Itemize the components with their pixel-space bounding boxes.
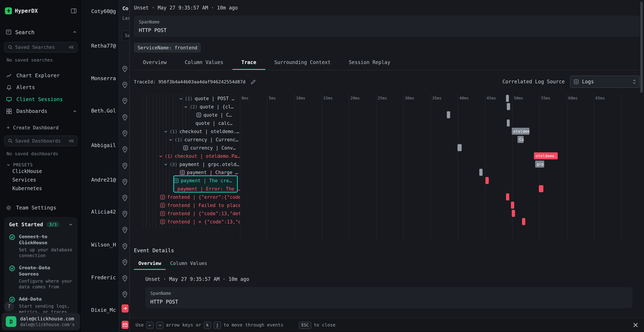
span-duration-bar[interactable]: oteldemo.	[534, 152, 558, 160]
sidebar-item-dashboards[interactable]: Dashboards	[0, 105, 82, 117]
chevron-up-icon[interactable]	[73, 109, 77, 113]
session-list-item[interactable]: Dixie_Mc	[91, 307, 116, 313]
saved-searches-input[interactable]: Saved Searches ⌘K	[4, 42, 78, 52]
trace-tree-row[interactable]: (1)checkout | oteldemo.Pa…	[134, 152, 240, 160]
tab-column-values[interactable]: Column Values	[176, 56, 232, 70]
session-list-item[interactable]: Retha77@	[91, 43, 116, 49]
session-list-item[interactable]: Coty60@g	[91, 8, 116, 14]
nav-label: Chart Explorer	[16, 72, 60, 78]
trace-tree-row[interactable]: frontend | Failed to place…	[134, 201, 240, 210]
service-name-chip[interactable]: ServiceName: frontend	[134, 43, 201, 52]
sidebar-item-chart-explorer[interactable]: Chart Explorer	[0, 70, 82, 82]
sidebar-item-services[interactable]: Services	[12, 176, 82, 184]
user-menu[interactable]: D dale@clickhouse.com dale@clickhouse.co…	[2, 313, 80, 330]
tab-surrounding-context[interactable]: Surrounding Context	[265, 56, 340, 70]
span-duration-bar[interactable]	[447, 111, 450, 118]
session-list-item[interactable]: Wilson_H	[91, 242, 116, 248]
sidebar-item-clickhouse[interactable]: ClickHouse	[12, 167, 82, 176]
span-label: quote | {cl…	[200, 104, 234, 110]
span-duration-bar[interactable]: oteldemo.	[512, 128, 530, 135]
map-pin-icon	[122, 211, 128, 217]
event-details-tab-column-values[interactable]: Column Values	[166, 258, 212, 270]
span-duration-bar[interactable]	[507, 103, 510, 110]
span-duration-bar[interactable]	[506, 95, 509, 102]
gear-icon	[6, 205, 12, 210]
trace-tree-row[interactable]: frontend | × {"code":13,"d…	[134, 218, 240, 226]
scrollbar-thumb[interactable]	[640, 2, 643, 93]
span-duration-bar[interactable]	[539, 185, 543, 192]
arrow-left-key: ←	[146, 322, 154, 329]
span-name-value: HTTP POST	[139, 27, 635, 33]
trace-tree-row[interactable]: payment | Charge …	[134, 168, 240, 176]
session-list-item[interactable]: Alicia42	[91, 208, 116, 215]
span-label: frontend | {"code":13,"det…	[167, 211, 240, 216]
get-started-title: Get Started	[9, 221, 43, 227]
session-list-item[interactable]: Abbigail	[91, 142, 116, 148]
trace-tree-row[interactable]: (1)checkout | oteldemo.…	[134, 127, 240, 136]
sidebar-item-kubernetes[interactable]: Kubernetes	[12, 184, 82, 193]
chevron-down-icon[interactable]	[159, 154, 163, 158]
session-list-item[interactable]: Beth.Gol	[91, 108, 116, 114]
span-duration-bar[interactable]	[512, 210, 515, 217]
tab-overview[interactable]: Overview	[134, 56, 176, 70]
session-list-item[interactable]: Andre21@	[91, 176, 116, 183]
span-duration-bar[interactable]: grpc	[535, 161, 544, 168]
trace-tree-row[interactable]: payment | The cre…	[134, 176, 240, 185]
team-settings-label: Team Settings	[16, 204, 56, 210]
chevron-down-icon[interactable]	[164, 130, 168, 133]
sidebar-item-client-sessions[interactable]: Client Sessions	[0, 93, 82, 105]
trace-tree-row[interactable]: quote | C…	[134, 111, 240, 119]
presets-header[interactable]: PRESETS	[6, 162, 82, 167]
event-details-tab-overview[interactable]: Overview	[134, 258, 166, 270]
sidebar-section-search[interactable]: Search	[6, 28, 77, 36]
time-tick-label: 50ms	[514, 96, 523, 100]
chevron-down-icon[interactable]	[169, 138, 173, 142]
child-count: (1)	[165, 154, 173, 159]
span-duration-bar[interactable]	[511, 202, 514, 208]
close-icon[interactable]	[633, 322, 638, 328]
chevron-up-icon[interactable]	[68, 222, 73, 226]
saved-dashboards-input[interactable]: Saved Dashboards ⌘K	[4, 136, 78, 146]
get-started-item[interactable]: Connect to ClickHouse Set up your databa…	[9, 234, 73, 259]
trace-tree-row[interactable]: frontend | {"error":{"code…	[134, 193, 240, 201]
span-duration-bar[interactable]	[507, 120, 510, 126]
get-started-item[interactable]: Add Data Start sending logs, metrics, or…	[9, 296, 73, 315]
span-duration-bar[interactable]	[458, 144, 462, 151]
create-dashboard-button[interactable]: + Create Dashboard	[6, 124, 82, 130]
collapse-sidebar-icon[interactable]	[71, 8, 77, 14]
tab-session-replay[interactable]: Session Replay	[340, 56, 399, 70]
session-list-item[interactable]: Monserra	[91, 75, 116, 81]
map-pin-icon	[122, 179, 128, 185]
map-pin-icon	[122, 259, 128, 266]
session-list-item[interactable]: Frederic	[91, 274, 116, 280]
trace-tree-row[interactable]: (2)quote | {cl…	[134, 103, 240, 111]
chevron-down-icon[interactable]	[184, 105, 188, 109]
trace-tree-row[interactable]: frontend | {"code":13,"det…	[134, 210, 240, 218]
timeline-gridline	[267, 94, 268, 240]
chevron-down-icon[interactable]	[164, 162, 168, 166]
arrow-right-key: →	[156, 322, 163, 329]
k-key: k	[204, 322, 211, 329]
team-settings-button[interactable]: Team Settings	[6, 204, 82, 210]
trace-tree-row[interactable]: currency | Conv…	[134, 144, 240, 152]
edit-pencil-icon[interactable]	[250, 79, 256, 84]
span-duration-bar[interactable]	[522, 218, 525, 225]
span-duration-bar[interactable]	[480, 169, 483, 176]
sidebar-item-alerts[interactable]: Alerts	[0, 82, 82, 94]
span-duration-bar[interactable]: Cu	[518, 136, 524, 143]
trace-tree-row[interactable]: (3)payment | grpc.oteld…	[134, 160, 240, 168]
tab-trace[interactable]: Trace	[232, 56, 265, 70]
trace-tree-row[interactable]: (1)currency | Currenc…	[134, 136, 240, 144]
trace-tree-row[interactable]: payment | Error: The …	[134, 185, 240, 193]
chevron-down-icon[interactable]	[179, 97, 183, 100]
timeline-pane: 0ms5ms10ms15ms20ms25ms30ms35ms40ms45ms50…	[240, 94, 640, 240]
log-source-select[interactable]: Logs	[570, 76, 640, 88]
avatar: D	[6, 316, 16, 327]
trace-tree-row[interactable]: (1)quote | POST …	[134, 94, 240, 103]
help-button[interactable]: ?	[4, 302, 14, 311]
span-duration-bar[interactable]	[486, 177, 489, 184]
span-duration-bar[interactable]	[506, 193, 509, 200]
get-started-item[interactable]: Create Data Sources Configure where your…	[9, 265, 73, 290]
trace-tree-row[interactable]: quote | calc…	[134, 119, 240, 127]
chevron-up-icon[interactable]	[73, 30, 77, 34]
